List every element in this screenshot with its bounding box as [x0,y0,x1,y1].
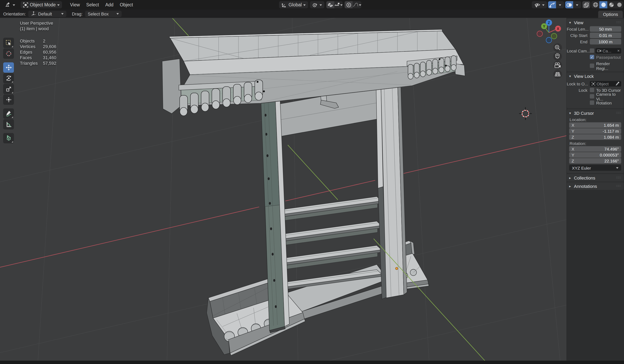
panel-expand-icon: ▾ [569,74,574,78]
viewport-3d[interactable]: Z Y X [0,18,624,361]
lock-to-object-field[interactable]: Object [590,81,621,86]
proportional-editing-toggle[interactable] [345,1,353,8]
chevron-down-icon [340,4,343,7]
overlays-settings-dropdown[interactable] [573,1,581,8]
panel-view-lock-header[interactable]: ▾ View Lock [567,73,624,79]
cursor-rotation-y-field[interactable]: Y0.000053° [569,152,621,158]
menu-select[interactable]: Select [86,2,99,7]
clip-start-field[interactable]: 0.01 m [590,32,621,38]
camera-view-button[interactable] [553,61,562,70]
options-button[interactable]: Options [598,11,623,18]
tool-scale[interactable] [3,84,14,94]
eyedropper-icon[interactable] [615,81,620,86]
menu-add[interactable]: Add [105,2,113,7]
sidebar-n-panel: ▾ View ∷∷ Focal Len... 50 mm Clip Start … [566,18,624,361]
snap-toggle[interactable] [327,1,335,8]
tool-measure[interactable] [3,119,14,129]
camera-to-view-checkbox[interactable] [590,94,594,98]
cursor-location-z-field[interactable]: Z1.084 m [569,134,621,140]
chevron-down-icon [57,4,60,7]
chevron-down-icon [13,4,15,7]
chevron-down-icon [616,167,619,170]
panel-collections-header[interactable]: ▸ Collections ∷∷ [567,175,624,181]
passepartout-checkbox[interactable]: ✓ [590,55,594,59]
chevron-down-icon [359,4,362,7]
perspective-toggle-button[interactable] [553,70,562,79]
orientation-default-dropdown[interactable]: Default [28,11,66,17]
mode-dropdown[interactable]: Object Mode [21,1,62,8]
lock-rotation-checkbox[interactable] [590,100,594,105]
axis-x-line [0,122,624,267]
editor-type-dropdown[interactable] [2,1,18,8]
object-visibility-dropdown[interactable] [532,1,547,8]
lock-label: Lock [567,88,590,92]
nav-gizmo[interactable]: Z Y X [537,20,561,43]
viewport-nav-buttons [553,43,562,79]
shading-wireframe-button[interactable] [591,1,599,8]
panel-annotations-title: Annotations [574,184,597,189]
panel-annotations-header[interactable]: ▸ Annotations ∷∷ [567,183,624,189]
panel-grip-icon[interactable]: ∷∷ [617,176,621,179]
lock-to-3d-cursor-checkbox[interactable] [590,88,594,92]
tool-add-cube[interactable] [3,133,14,143]
euler-mode-dropdown[interactable]: XYZ Euler [569,165,621,171]
focal-length-field[interactable]: 50 mm [590,26,621,32]
toggle-xray-button[interactable] [582,1,590,8]
tool-cursor[interactable] [3,49,14,59]
local-camera-checkbox[interactable] [590,49,594,53]
shading-rendered-icon [616,2,622,7]
lock-to-object-placeholder: Object [597,81,609,86]
flyout-corner [12,81,13,83]
shading-solid-button[interactable] [599,1,607,8]
shading-material-button[interactable] [607,1,615,8]
cursor-rotation-z-field[interactable]: Z22.166° [569,158,621,164]
menu-object[interactable]: Object [120,2,133,7]
tool-select-box[interactable] [3,38,14,48]
panel-view-header[interactable]: ▾ View ∷∷ [567,20,624,25]
gizmo-settings-dropdown[interactable] [556,1,564,8]
shading-mode-group [591,1,623,8]
panel-3d-cursor-header[interactable]: ▾ 3D Cursor ∷∷ [567,110,624,116]
tool-annotate[interactable] [3,108,14,119]
panel-3d-cursor: ▾ 3D Cursor ∷∷ Location: X1.654 m Y-1.11… [567,109,624,173]
mode-label: Object Mode [30,2,56,7]
cursor-rotation-x-field[interactable]: X74.496° [569,146,621,152]
zoom-button[interactable] [553,43,562,52]
transform-orientation-dropdown[interactable]: Global [279,1,308,8]
shading-wireframe-icon [592,2,598,7]
orientation-value: Global [288,2,302,7]
panel-grip-icon[interactable]: ∷∷ [617,21,621,24]
camera-icon [597,49,601,52]
drag-label: Drag: [72,11,83,16]
show-gizmo-toggle[interactable] [548,1,556,8]
camera-to-view-label: Camera to Vi... [596,92,621,101]
pan-button[interactable] [553,52,562,61]
snap-settings-dropdown[interactable] [335,1,343,8]
clear-icon[interactable]: × [617,49,620,53]
proportional-falloff-dropdown[interactable] [353,1,362,8]
tool-transform[interactable] [3,95,14,105]
tool-move[interactable] [3,62,14,73]
panel-grip-icon[interactable]: ∷∷ [617,111,621,115]
chevron-down-icon [559,4,561,7]
flyout-corner [12,46,13,47]
render-region-checkbox[interactable] [590,64,594,68]
panel-grip-icon[interactable]: ∷∷ [617,184,621,188]
shading-rendered-button[interactable] [615,1,623,8]
drag-mode-dropdown[interactable]: Select Box [85,11,122,17]
panel-view-title: View [574,20,583,25]
cursor-tool-icon [5,50,12,57]
tool-rotate[interactable] [3,73,14,83]
menu-view[interactable]: View [70,2,80,7]
scale-icon [5,86,12,92]
cursor-location-x-field[interactable]: X1.654 m [569,122,621,128]
cursor-location-y-field[interactable]: Y-1.117 m [569,128,621,134]
annotate-icon [5,110,12,117]
show-overlays-toggle[interactable] [565,1,573,8]
svg-text:X: X [557,27,559,31]
pivot-point-dropdown[interactable] [310,1,325,8]
gizmo-controls [548,1,564,8]
local-camera-field[interactable]: Ca... × [595,48,621,53]
passepartout-label: Passepartout [596,55,621,59]
clip-end-field[interactable]: 1000 m [590,39,621,44]
